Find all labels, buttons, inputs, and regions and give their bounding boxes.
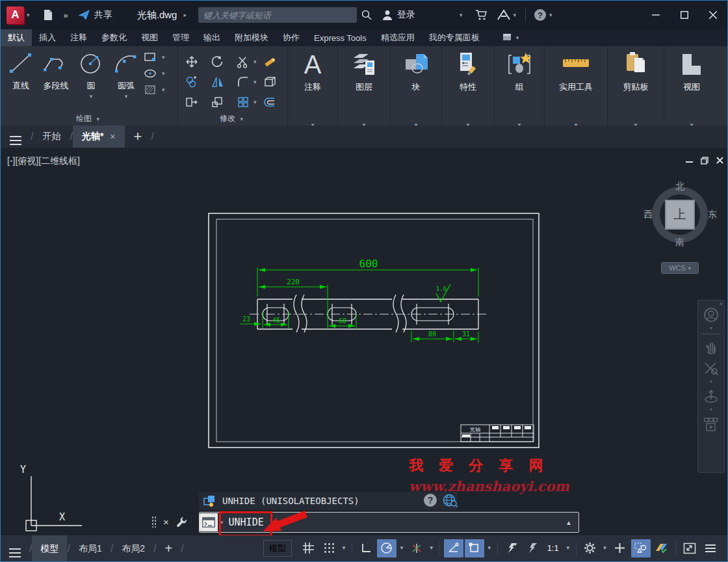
help-icon[interactable]: ? <box>534 8 547 21</box>
isometric-drafting-button[interactable] <box>407 539 426 557</box>
fillet-tool[interactable]: ▾ <box>237 75 263 88</box>
tab-featured-apps[interactable]: 精选应用 <box>374 29 422 46</box>
user-icon[interactable] <box>382 9 393 21</box>
tab-insert[interactable]: 插入 <box>32 29 63 46</box>
iso-dropdown-caret[interactable]: ▼ <box>428 545 436 551</box>
workspace-gear-button[interactable] <box>580 539 600 557</box>
polar-tracking-button[interactable] <box>377 539 396 557</box>
tab-default[interactable]: 默认 <box>1 29 32 46</box>
copy-tool[interactable] <box>185 75 211 88</box>
new-layout-button[interactable]: + <box>156 535 181 562</box>
panel-properties[interactable]: 特性 ▾ <box>442 46 495 129</box>
login-label[interactable]: 登录 <box>397 9 415 21</box>
tab-my-panel[interactable]: 我的专属面板 <box>422 29 487 46</box>
isolate-objects-button[interactable] <box>631 539 651 557</box>
login-caret-icon[interactable]: ▾ <box>460 12 463 18</box>
scale-tool[interactable] <box>211 96 237 109</box>
draw-panel-title[interactable]: 绘图 ▾ <box>1 113 177 124</box>
ribbon-display-toggle[interactable]: ▾ <box>496 29 529 46</box>
minimize-button[interactable] <box>642 1 670 29</box>
explode-3d-tool[interactable] <box>263 75 289 88</box>
mirror-tool[interactable] <box>211 75 237 88</box>
stretch-tool[interactable] <box>185 96 211 109</box>
search-input[interactable] <box>198 7 357 23</box>
customization-menu-button[interactable] <box>701 539 720 557</box>
expand-toolbar-icon[interactable]: » <box>64 10 68 20</box>
command-suggestion[interactable]: UNHIDE (UNISOLATEOBJECTS) <box>199 492 458 510</box>
grid-display-button[interactable] <box>298 539 318 557</box>
autodesk-logo-icon[interactable] <box>497 9 511 21</box>
command-drag-handle[interactable] <box>151 516 157 528</box>
annotation-scale-button[interactable]: 1:1 <box>543 539 563 557</box>
file-tabs-menu[interactable] <box>1 126 31 148</box>
autodesk-caret-icon[interactable]: ▾ <box>514 12 517 18</box>
rectangle-tool[interactable]: ▾ <box>144 51 168 63</box>
array-tool[interactable]: ▾ <box>237 96 263 109</box>
app-logo[interactable]: A <box>6 7 24 24</box>
object-snap-tracking-button[interactable] <box>444 539 463 557</box>
tab-manage[interactable]: 管理 <box>165 29 196 46</box>
polar-dropdown-caret[interactable]: ▼ <box>398 545 406 551</box>
tab-drawing[interactable]: 光轴* × <box>73 126 125 148</box>
cart-icon[interactable] <box>474 9 488 21</box>
layout2-tab[interactable]: 布局2 <box>113 535 153 562</box>
layout-tabs-menu[interactable] <box>1 535 29 562</box>
panel-annotate[interactable]: A 注释 ▾ <box>288 46 338 129</box>
snap-mode-button[interactable] <box>319 539 339 557</box>
layout1-tab[interactable]: 布局1 <box>70 535 110 562</box>
search-icon[interactable] <box>361 9 372 21</box>
command-close-icon[interactable]: × <box>163 516 169 528</box>
tab-express-tools[interactable]: Express Tools <box>307 29 374 46</box>
tab-parametric[interactable]: 参数化 <box>94 29 134 46</box>
modify-panel-title[interactable]: 修改 ▾ <box>178 113 287 124</box>
object-snap-button[interactable] <box>465 539 484 557</box>
trim-tool[interactable]: ▾ <box>237 55 263 68</box>
new-drawing-icon[interactable] <box>42 8 55 21</box>
panel-group[interactable]: 组 ▾ <box>495 46 545 129</box>
drawing-viewport[interactable]: [-][俯视][二维线框] 北 西 东 南 上 WCS▾ × ▾ ▾ ▾ <box>1 148 728 535</box>
model-space-button[interactable]: 模型 <box>263 540 292 557</box>
panel-utilities[interactable]: 实用工具 ▾ <box>545 46 608 129</box>
offset-tool[interactable] <box>263 96 289 109</box>
command-help-icon[interactable]: ? <box>423 493 437 507</box>
maximize-button[interactable] <box>670 1 699 29</box>
annotation-visibility-button[interactable] <box>502 539 521 557</box>
help-caret-icon[interactable]: ▾ <box>549 12 552 18</box>
ellipse-tool[interactable]: ▾ <box>144 68 168 79</box>
annotation-autoscale-button[interactable] <box>523 539 542 557</box>
tab-start[interactable]: 开始 <box>33 126 70 148</box>
rotate-tool[interactable] <box>211 55 237 68</box>
ortho-mode-button[interactable] <box>356 539 376 557</box>
hatch-tool[interactable]: ▾ <box>144 84 168 96</box>
tab-addins[interactable]: 附加模块 <box>228 29 276 46</box>
circle-dropdown-caret[interactable]: ▾ <box>90 93 93 100</box>
erase-tool[interactable] <box>263 55 289 68</box>
panel-view[interactable]: 视图 ▾ <box>664 46 719 129</box>
osnap-dropdown-caret[interactable]: ▼ <box>486 545 493 551</box>
workspace-dropdown-caret[interactable]: ▼ <box>601 545 609 551</box>
app-menu-caret-icon[interactable]: ▾ <box>27 12 30 18</box>
clean-screen-button[interactable] <box>680 539 699 557</box>
move-tool[interactable] <box>185 55 211 68</box>
crosshair-size-button[interactable] <box>610 539 630 557</box>
panel-clipboard[interactable]: 剪贴板 ▾ <box>608 46 664 129</box>
tab-collaborate[interactable]: 协作 <box>276 29 307 46</box>
tab-view[interactable]: 视图 <box>134 29 165 46</box>
new-tab-button[interactable]: + <box>125 126 151 148</box>
command-customize-wrench-icon[interactable] <box>176 516 187 528</box>
arc-dropdown-caret[interactable]: ▾ <box>125 93 128 100</box>
tab-output[interactable]: 输出 <box>196 29 228 46</box>
share-icon[interactable] <box>77 9 90 21</box>
close-button[interactable] <box>699 1 727 29</box>
tab-annotate[interactable]: 注释 <box>63 29 94 46</box>
scale-dropdown-caret[interactable]: ▼ <box>564 545 572 551</box>
command-expand-icon[interactable]: ▲ <box>566 519 572 526</box>
filename-caret-icon[interactable]: ▸ <box>183 12 187 18</box>
hardware-acceleration-button[interactable] <box>652 539 671 557</box>
panel-block[interactable]: 块 ▾ <box>391 46 442 129</box>
share-label[interactable]: 共享 <box>94 9 112 21</box>
model-tab[interactable]: 模型 <box>32 535 67 562</box>
internet-search-icon[interactable] <box>443 493 458 507</box>
panel-layers[interactable]: 图层 ▾ <box>338 46 391 129</box>
tab-close-icon[interactable]: × <box>110 131 115 142</box>
